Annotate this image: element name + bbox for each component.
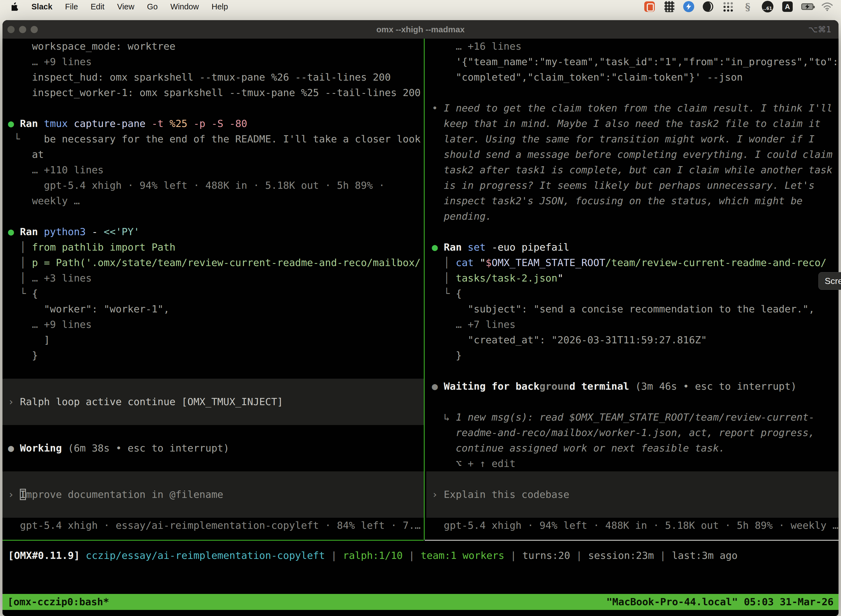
terminal-row: }: [426, 348, 838, 363]
pane-divider-horizontal-right: [425, 540, 838, 541]
terminal-text-segment: ": [479, 257, 486, 268]
terminal-text-segment: turns:20: [522, 550, 570, 561]
terminal-row: │ tasks/task-2.json": [426, 270, 838, 286]
terminal-text-segment: ●: [432, 381, 444, 392]
terminal-text-segment: └: [432, 288, 456, 299]
menu-item-go[interactable]: Go: [147, 2, 158, 11]
terminal-text-segment: mprove documentation in @filename: [26, 489, 223, 500]
terminal-text-segment: gpt-5.4 xhigh · essay/ai-reimplementatio…: [8, 520, 421, 531]
terminal-text-segment: ●: [8, 118, 20, 129]
terminal-row: "subject": "send a concise recommendatio…: [426, 301, 838, 317]
terminal-text-segment: [OMX#0.11.9]: [8, 550, 86, 561]
terminal-text-segment: $: [486, 257, 492, 268]
terminal-text-segment: '{"team_name":"my-team","task_id":"1","f…: [432, 56, 838, 67]
left-pane-terminal[interactable]: workspace_mode: worktree … +9 lines insp…: [3, 39, 424, 540]
window-title: omx --xhigh --madmax: [3, 25, 838, 34]
terminal-text-segment: cat: [456, 257, 480, 268]
terminal-text-segment: |: [654, 550, 672, 561]
terminal-row: workspace_mode: worktree: [3, 39, 424, 54]
terminal-text-segment: tmux: [44, 118, 74, 129]
lightning-badge-icon[interactable]: [683, 1, 694, 12]
terminal-row: › Ralph loop active continue [OMX_TMUX_I…: [3, 394, 424, 409]
menu-item-help[interactable]: Help: [212, 2, 228, 11]
dots-grid-icon[interactable]: [722, 0, 734, 13]
terminal-text-segment: capture-pane: [74, 118, 151, 129]
terminal-text-segment: team:1 workers: [421, 550, 504, 561]
terminal-row: gpt-5.4 xhigh · 94% left · 488K in · 5.1…: [426, 518, 838, 533]
terminal-text-segment: … +9 lines: [8, 56, 92, 67]
terminal-row: "worker": "worker-1",: [3, 301, 424, 317]
window-titlebar: omx --xhigh --madmax ⌥⌘1: [3, 20, 838, 39]
terminal-row: inspect_hud: omx sparkshell --tmux-pane …: [3, 70, 424, 85]
terminal-row: [426, 471, 838, 487]
terminal-text-segment: ●: [432, 242, 444, 253]
menu-bar: Slack File Edit View Go Window Help § ..…: [0, 0, 841, 13]
terminal-text-segment: 1 new msg(s): read $OMX_TEAM_STATE_ROOT/…: [456, 412, 815, 423]
terminal-row: gpt-5.4 xhigh · 94% left · 488K in · 5.1…: [3, 178, 424, 193]
terminal-text-segment: last:3m ago: [672, 550, 737, 561]
keyboard-a-badge-icon[interactable]: A: [781, 0, 794, 13]
terminal-text-segment: Ran: [20, 118, 44, 129]
terminal-text-segment: {: [456, 288, 462, 299]
close-button[interactable]: [7, 26, 15, 33]
terminal-text-segment: later. Using the same for transition mig…: [432, 133, 815, 145]
menu-item-edit[interactable]: Edit: [91, 2, 105, 11]
menu-item-file[interactable]: File: [65, 2, 78, 11]
percent-badge-icon[interactable]: ..61: [762, 0, 774, 13]
terminal-row: [3, 471, 424, 487]
terminal-text-segment: -: [92, 226, 104, 238]
menu-app-name[interactable]: Slack: [31, 2, 53, 11]
terminal-text-segment: OMX_TEAM_STATE_ROOT: [492, 257, 605, 268]
terminal-row: keep that in mind. Maybe I also need the…: [426, 116, 838, 131]
terminal-row: │ … +3 lines: [3, 270, 424, 286]
terminal-text-segment: └: [8, 133, 44, 145]
moon-icon[interactable]: [702, 0, 714, 13]
terminal-text-segment: gpt-5.4 xhigh · 94% left · 488K in · 5.1…: [8, 180, 385, 191]
terminal-window: omx --xhigh --madmax ⌥⌘1 workspace_mode:…: [3, 20, 838, 616]
terminal-row: readme-and-reco/mailbox/worker-1.json, a…: [426, 425, 838, 440]
terminal-row: inspect_worker-1: omx sparkshell --tmux-…: [3, 85, 424, 100]
pane-divider-horizontal-left: [3, 540, 424, 541]
terminal-row: … +16 lines: [426, 39, 838, 54]
desktop: { "menu_bar": { "app_name": "Slack", "it…: [0, 0, 841, 616]
zoom-button[interactable]: [31, 26, 38, 33]
terminal-row: [426, 85, 838, 100]
terminal-text-segment: cczip/essay/ai-reimplementation-copyleft: [86, 550, 325, 561]
terminal-text-segment: 'PY': [116, 226, 140, 238]
window-shortcut-hint: ⌥⌘1: [808, 25, 838, 34]
terminal-text-segment: "worker": "worker-1",: [8, 303, 169, 315]
terminal-row: [426, 502, 838, 518]
terminal-row: [3, 209, 424, 224]
terminal-text-segment: continue assigned work or next feasible …: [432, 442, 725, 454]
terminal-text-segment: -p: [193, 118, 211, 129]
terminal-row: │ from pathlib import Path: [3, 239, 424, 255]
minimize-button[interactable]: [19, 26, 26, 33]
terminal-text-segment: -euo pipefail: [492, 242, 570, 253]
terminal-row: └ {: [3, 286, 424, 301]
terminal-text-segment: tasks/task-2.json: [456, 273, 557, 284]
section-squiggle-icon[interactable]: §: [742, 0, 754, 13]
terminal-row: [426, 363, 838, 378]
apple-icon[interactable]: [12, 3, 19, 11]
terminal-text-segment: task2 after task1 is complete, but can I…: [432, 164, 832, 176]
terminal-row: [3, 502, 424, 518]
terminal-row: › Improve documentation in @filename: [3, 487, 424, 502]
wifi-icon[interactable]: [821, 0, 833, 13]
pane-divider-vertical[interactable]: [424, 39, 425, 540]
terminal-row: }: [3, 348, 424, 363]
menu-item-window[interactable]: Window: [170, 2, 199, 11]
right-pane-terminal[interactable]: … +16 lines '{"team_name":"my-team","tas…: [426, 39, 838, 540]
terminal-text-segment: inspect task2's JSON, focusing on the st…: [432, 195, 803, 207]
screenshot-toast[interactable]: Scre: [818, 272, 841, 290]
terminal-row: later. Using the same for transition mig…: [426, 131, 838, 147]
terminal-row: ● Ran python3 - <<'PY': [3, 224, 424, 239]
terminal-text-segment: ↳: [432, 412, 456, 423]
terminal-text-segment: Ran: [444, 242, 468, 253]
terminal-text-segment: inspect_hud: omx sparkshell --tmux-pane …: [8, 72, 391, 83]
chat-app-icon[interactable]: [643, 0, 656, 13]
battery-charging-icon[interactable]: [801, 0, 813, 13]
terminal-text-segment: (6m 38s • esc to interrupt): [68, 442, 229, 454]
menu-item-view[interactable]: View: [117, 2, 134, 11]
device-grid-icon[interactable]: [663, 0, 675, 13]
terminal-text-segment: … +16 lines: [432, 41, 522, 52]
